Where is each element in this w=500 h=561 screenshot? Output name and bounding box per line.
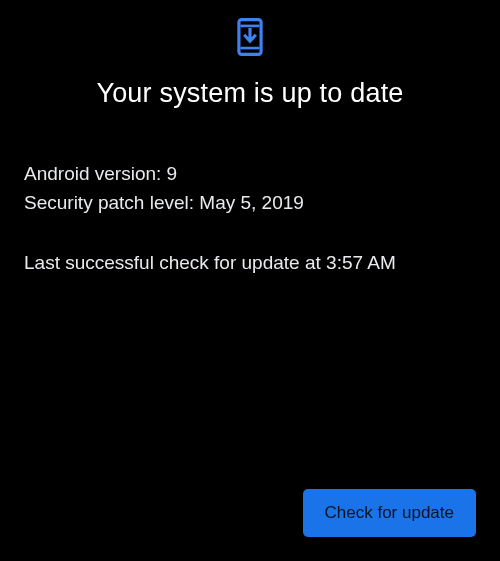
device-update-icon [237,18,263,56]
system-info: Android version: 9 Security patch level:… [0,159,500,218]
security-patch-label: Security patch level: [24,192,199,213]
security-patch-line: Security patch level: May 5, 2019 [24,188,476,217]
android-version-label: Android version: [24,163,167,184]
last-check-prefix: Last successful check for update at [24,252,326,273]
header-icon-container [0,0,500,56]
page-title: Your system is up to date [0,78,500,109]
android-version-value: 9 [167,163,178,184]
security-patch-value: May 5, 2019 [199,192,304,213]
android-version-line: Android version: 9 [24,159,476,188]
last-check-line: Last successful check for update at 3:57… [0,248,500,277]
last-check-time: 3:57 AM [326,252,396,273]
check-for-update-button[interactable]: Check for update [303,489,476,537]
